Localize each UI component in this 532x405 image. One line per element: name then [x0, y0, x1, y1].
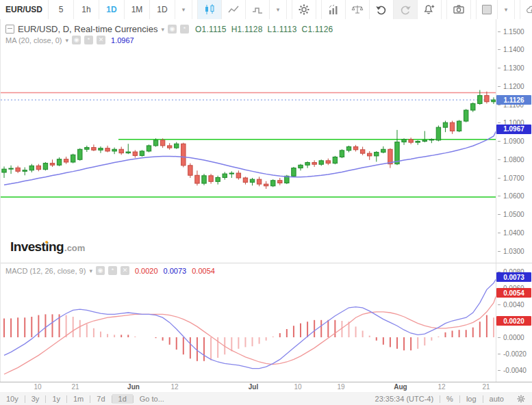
time-axis-label: 12 [170, 383, 178, 391]
ma-menu-caret[interactable]: ▾ [66, 37, 69, 44]
scales-icon [351, 3, 364, 16]
ma-visibility-icon[interactable]: ◉ [72, 36, 81, 44]
time-axis[interactable]: 1021Jun12Jul1019Aug1221 [0, 382, 532, 392]
clock-display: 23:35:34 (UTC-4) [369, 395, 440, 403]
macd-signal-line [4, 293, 497, 374]
time-axis-label: 10 [294, 383, 301, 391]
range-button-7d[interactable]: 7d [90, 394, 111, 404]
add-alert-button[interactable] [418, 0, 442, 19]
candlestick-style-button[interactable] [198, 0, 222, 19]
current-price-tag: 1.1126 [496, 95, 531, 105]
settings-group [292, 0, 316, 19]
ma-remove-icon[interactable]: ✕ [97, 36, 105, 44]
collapse-panel-icon[interactable] [5, 25, 14, 34]
macd-chart-canvas[interactable] [1, 263, 497, 382]
cloud-group [520, 0, 532, 19]
time-axis-label: Jun [127, 383, 140, 391]
bottom-toolbar: 10y3y1y1m7d1d Go to... 23:35:34 (UTC-4) … [0, 391, 532, 405]
axis-settings-button[interactable] [510, 395, 532, 403]
investing-logo: Investing .com [10, 239, 85, 254]
ma-settings-icon[interactable]: * [84, 36, 93, 44]
drawing-tool-group: ▾ [476, 0, 515, 19]
time-axis-label: Aug [394, 383, 407, 391]
drawing-tool-caret[interactable]: ▾ [498, 0, 515, 19]
macd-axis[interactable]: 0.0073 0.0054 0.0020 0.00800.00600.00400… [496, 263, 532, 382]
price-chart-canvas[interactable] [1, 19, 497, 263]
scale-mode-percent[interactable]: % [440, 394, 459, 404]
macd-label[interactable]: MACD (12, 26, close, 9) [5, 267, 86, 275]
time-axis-label: 21 [482, 383, 490, 391]
price-axis-label: 1.0800 [496, 155, 524, 164]
square-tool-icon [482, 5, 492, 14]
series-settings-icon[interactable]: * [180, 25, 189, 34]
price-axis-label: 1.0600 [496, 192, 524, 200]
compare-button[interactable] [346, 0, 370, 19]
indicators-button[interactable] [322, 0, 346, 19]
series-menu-caret[interactable]: ▾ [161, 26, 164, 33]
range-button-3y[interactable]: 3y [25, 394, 46, 404]
range-button-1d[interactable]: 1d [112, 394, 133, 404]
symbol-button[interactable]: EUR/USD [0, 0, 49, 19]
price-axis-label: 1.0900 [496, 138, 524, 146]
interval-button-1D-2[interactable]: 1D [99, 0, 125, 19]
bell-plus-icon [423, 3, 435, 16]
camera-icon [453, 3, 465, 16]
trading-chart-app: EUR/USD 51h1D1M1D ▾ ▾ [0, 0, 532, 405]
interval-button-1h-1[interactable]: 1h [74, 0, 99, 19]
scale-mode-log[interactable]: log [460, 394, 483, 404]
step-style-button[interactable] [246, 0, 270, 19]
macd-menu-caret[interactable]: ▾ [89, 267, 92, 274]
chart-area: EUR/USD, D, Real-time Currencies ▾ ◉ * O… [0, 19, 532, 382]
ohlc-close: C1.1126 [302, 25, 333, 34]
redo-button[interactable] [394, 0, 418, 19]
redo-icon [399, 3, 411, 16]
undo-button[interactable] [370, 0, 394, 19]
interval-button-1M-3[interactable]: 1M [125, 0, 150, 19]
range-button-10y[interactable]: 10y [0, 394, 25, 404]
interval-button-5-0[interactable]: 5 [49, 0, 74, 19]
macd-panel: MACD (12, 26, close, 9) ▾ ◉ * ✕ 0.0020 0… [1, 263, 532, 382]
gear-icon [517, 395, 525, 403]
macd-settings-icon[interactable]: * [108, 266, 117, 275]
logo-text: Investing [10, 239, 64, 254]
step-chart-icon [251, 3, 264, 16]
price-axis-label: 1.0700 [496, 174, 524, 182]
snapshot-button[interactable] [447, 0, 471, 19]
indicators-icon [327, 3, 340, 16]
scale-mode-auto[interactable]: auto [483, 394, 510, 404]
style-dropdown-caret[interactable]: ▾ [270, 0, 287, 19]
price-axis-label: 1.0500 [496, 211, 524, 219]
range-button-1y[interactable]: 1y [46, 394, 66, 404]
interval-dropdown-caret[interactable]: ▾ [175, 0, 192, 19]
chart-settings-button[interactable] [292, 0, 316, 19]
goto-button[interactable]: Go to... [134, 394, 170, 404]
price-axis-label: 1.0300 [496, 247, 524, 255]
interval-button-1D-4[interactable]: 1D [150, 0, 175, 19]
tools-group [321, 0, 442, 19]
macd-axis-label: 0.0000 [496, 333, 524, 341]
cloud-download-icon [526, 3, 532, 16]
ohlc-low: L1.1113 [268, 25, 297, 34]
macd-remove-icon[interactable]: ✕ [121, 266, 129, 275]
drawing-tool-button[interactable] [477, 0, 498, 19]
macd-visibility-icon[interactable]: ◉ [96, 266, 105, 275]
line-style-button[interactable] [222, 0, 246, 19]
ma-label[interactable]: MA (20, close, 0) [5, 36, 62, 44]
series-title[interactable]: EUR/USD, D, Real-time Currencies [18, 24, 157, 34]
price-axis-label: 1.1200 [496, 82, 524, 90]
macd-axis-label: -0.0040 [496, 366, 527, 374]
range-button-1m[interactable]: 1m [67, 394, 90, 404]
macd-line-tag: 0.0073 [496, 272, 531, 282]
time-axis-label: 12 [438, 383, 445, 391]
ma-value: 1.0967 [111, 36, 134, 44]
interval-button-group: 51h1D1M1D [49, 0, 175, 19]
price-axis-label: 1.1500 [496, 27, 524, 36]
macd-histogram-layer [4, 314, 494, 361]
series-visibility-icon[interactable]: ◉ [168, 25, 177, 34]
load-layout-button[interactable] [520, 0, 532, 19]
gear-icon [298, 3, 310, 16]
ohlc-high: H1.1128 [231, 25, 263, 34]
price-axis[interactable]: 1.1126 1.0967 1.15001.14001.13001.12001.… [496, 19, 532, 263]
macd-main-line [4, 277, 497, 368]
time-axis-label: Jul [249, 383, 258, 391]
